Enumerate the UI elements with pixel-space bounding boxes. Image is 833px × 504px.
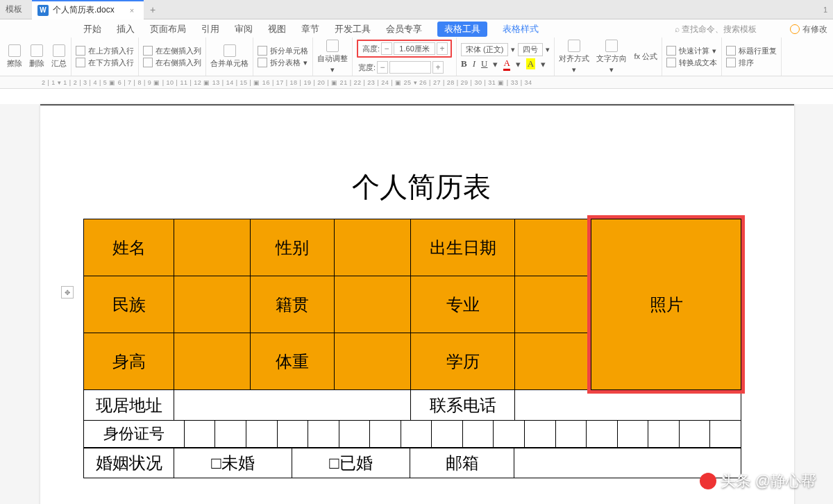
merge-cells[interactable]: 合并单元格 <box>210 44 249 69</box>
photo-highlight-frame <box>587 215 745 394</box>
cell-name-value[interactable] <box>174 219 251 276</box>
ribbon-tabs: 开始 插入 页面布局 引用 审阅 视图 章节 开发工具 会员专享 表格工具 表格… <box>0 19 833 37</box>
font-color-button[interactable]: A <box>503 58 510 71</box>
tab-ref[interactable]: 引用 <box>201 23 219 35</box>
split-table[interactable]: 拆分表格 ▾ <box>258 58 308 68</box>
font-size-select[interactable]: 四号 <box>518 43 543 56</box>
cell-marital-married[interactable]: □已婚 <box>292 448 410 478</box>
width-minus[interactable]: − <box>377 61 388 74</box>
insert-col-left[interactable]: 在左侧插入列 <box>143 46 201 56</box>
cell-origin-label[interactable]: 籍贯 <box>251 276 334 333</box>
insert-row-below[interactable]: 在下方插入行 <box>76 58 134 68</box>
ribbon: 擦除 删除 汇总 在上方插入行 在下方插入行 在左侧插入列 在右侧插入列 合并单… <box>0 37 833 76</box>
document-canvas: 个人简历表 姓名 性别 出生日期 照片 民族 籍贯 专业 身高 <box>0 104 833 504</box>
cell-marital-unmarried[interactable]: □未婚 <box>174 448 292 478</box>
insert-col-right[interactable]: 在右侧插入列 <box>143 58 201 68</box>
tab-review[interactable]: 审阅 <box>235 23 253 35</box>
document-tab[interactable]: W 个人简历表.docx × <box>32 0 144 19</box>
horizontal-ruler[interactable]: 2 | 1 ▾ 1 | 2 | 3 | 4 | 5 ▣ 6 | 7 | 8 | … <box>0 76 833 89</box>
cell-marital-label[interactable]: 婚姻状况 <box>84 448 174 478</box>
text-direction-button[interactable]: 文字方向 ▾ <box>596 40 627 74</box>
highlight-button[interactable]: A <box>526 58 535 69</box>
watermark-avatar-icon <box>700 473 716 489</box>
to-text[interactable]: 转换成文本 <box>666 58 717 68</box>
window-mode-icon[interactable]: 1 <box>818 6 833 14</box>
tab-dev[interactable]: 开发工具 <box>335 23 371 35</box>
height-control-highlight: 高度: − 1.60厘米 + <box>357 40 452 58</box>
cell-email-label[interactable]: 邮箱 <box>410 448 514 478</box>
cell-weight-label[interactable]: 体重 <box>251 333 334 390</box>
underline-button[interactable]: U <box>481 58 487 69</box>
document-title: 个人简历表 <box>71 168 772 206</box>
height-value[interactable]: 1.60厘米 <box>394 42 435 55</box>
tab-table-tools[interactable]: 表格工具 <box>437 22 487 37</box>
height-plus[interactable]: + <box>437 42 448 55</box>
resume-table[interactable]: 姓名 性别 出生日期 照片 民族 籍贯 专业 身高 体重 学历 <box>83 219 741 421</box>
cell-name-label[interactable]: 姓名 <box>84 219 174 276</box>
cell-gender-value[interactable] <box>334 219 410 276</box>
height-label: 高度: <box>362 44 380 54</box>
resume-table-idrow[interactable]: 身份证号 <box>83 420 741 448</box>
page: 个人简历表 姓名 性别 出生日期 照片 民族 籍贯 专业 身高 <box>40 104 794 504</box>
font-name-select[interactable]: 宋体 (正文) <box>461 43 508 56</box>
delete-button[interactable]: 删除 <box>29 44 44 69</box>
title-bar: 模板 W 个人简历表.docx × + 1 <box>0 0 833 19</box>
bold-button[interactable]: B <box>461 58 467 69</box>
cell-major-label[interactable]: 专业 <box>410 276 514 333</box>
tab-chapter[interactable]: 章节 <box>301 23 319 35</box>
cell-phone-value[interactable] <box>515 390 741 421</box>
close-tab-icon[interactable]: × <box>130 6 134 15</box>
tab-insert[interactable]: 插入 <box>117 23 135 35</box>
cell-dob-value[interactable] <box>515 219 591 276</box>
document-name: 个人简历表.docx <box>53 4 115 16</box>
word-icon: W <box>37 5 49 16</box>
template-tab[interactable]: 模板 <box>0 0 32 19</box>
width-value[interactable] <box>389 61 431 74</box>
tab-layout[interactable]: 页面布局 <box>150 23 186 35</box>
split-cell[interactable]: 拆分单元格 <box>258 46 308 56</box>
cell-address-label[interactable]: 现居地址 <box>84 390 174 421</box>
formula-button[interactable]: fx 公式 <box>634 51 657 62</box>
insert-row-above[interactable]: 在上方插入行 <box>76 46 134 56</box>
tab-table-style[interactable]: 表格样式 <box>503 23 539 35</box>
cell-dob-label[interactable]: 出生日期 <box>410 219 514 276</box>
modified-indicator[interactable]: 有修改 <box>790 24 827 35</box>
header-repeat[interactable]: 标题行重复 <box>726 46 777 56</box>
sort-button[interactable]: 排序 <box>726 58 777 68</box>
cloud-icon <box>790 24 800 34</box>
cell-edu-label[interactable]: 学历 <box>410 333 514 390</box>
new-tab-button[interactable]: + <box>144 4 162 15</box>
tab-view[interactable]: 视图 <box>268 23 286 35</box>
autofit[interactable]: 自动调整 ▾ <box>317 40 348 74</box>
width-plus[interactable]: + <box>432 61 444 74</box>
watermark: 头条 @静心帮 <box>700 471 816 492</box>
cell-id-label[interactable]: 身份证号 <box>84 420 185 448</box>
cell-height-label[interactable]: 身高 <box>84 333 174 390</box>
align-button[interactable]: 对齐方式 ▾ <box>559 40 589 74</box>
erase-button[interactable]: 擦除 <box>7 44 22 69</box>
resume-table-marital[interactable]: 婚姻状况 □未婚 □已婚 邮箱 <box>83 447 741 478</box>
photo-cell[interactable]: 照片 <box>591 219 741 390</box>
cell-nation-label[interactable]: 民族 <box>84 276 174 333</box>
search-icon: ⌕ <box>675 24 680 34</box>
tab-member[interactable]: 会员专享 <box>386 23 422 35</box>
table-move-handle[interactable]: ✥ <box>61 286 74 299</box>
cell-gender-label[interactable]: 性别 <box>251 219 334 276</box>
width-label: 宽度: <box>358 62 376 73</box>
summary-button[interactable]: 汇总 <box>51 44 67 69</box>
search-box[interactable]: ⌕ 查找命令、搜索模板 <box>675 24 757 35</box>
cell-address-value[interactable] <box>174 390 411 421</box>
tab-start[interactable]: 开始 <box>83 23 101 35</box>
height-minus[interactable]: − <box>381 42 392 55</box>
cell-phone-label[interactable]: 联系电话 <box>410 390 514 421</box>
quick-calc[interactable]: 快速计算 ▾ <box>666 46 717 56</box>
italic-button[interactable]: I <box>473 58 476 69</box>
